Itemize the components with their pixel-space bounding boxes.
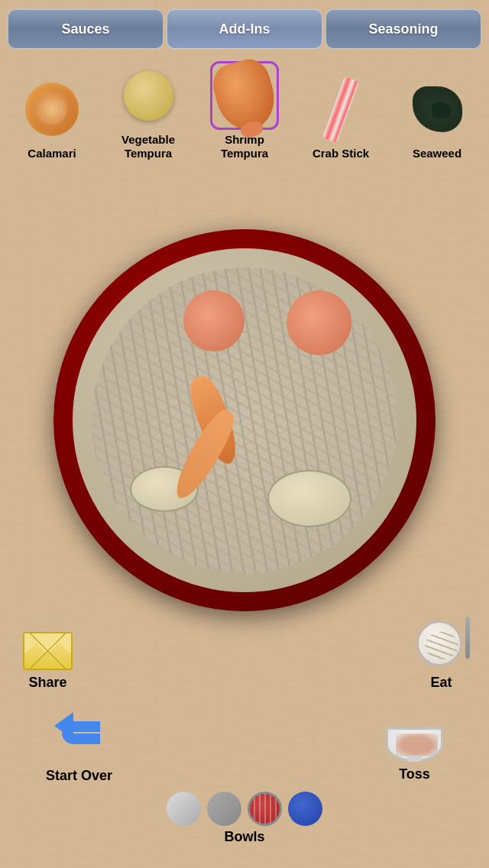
ingredient-calamari[interactable]: Calamari xyxy=(10,75,94,160)
crab-stick-label: Crab Stick xyxy=(313,147,369,160)
ingredient-seaweed[interactable]: Seaweed xyxy=(395,75,479,160)
veg-tempura-label: VegetableTempura xyxy=(121,133,175,160)
eat-noodles xyxy=(425,632,458,659)
veg-tempura-image xyxy=(114,61,183,130)
seaweed-icon xyxy=(413,86,462,132)
ingredient-crab-stick[interactable]: Crab Stick xyxy=(299,75,383,160)
toss-label: Toss xyxy=(399,766,430,782)
eat-plate xyxy=(416,620,462,666)
shrimp-topping-2 xyxy=(287,290,351,355)
plate-container[interactable] xyxy=(46,222,443,619)
plate-outer xyxy=(53,229,436,611)
toss-food xyxy=(396,734,438,756)
bowls-area: Bowls xyxy=(167,792,322,845)
ingredients-row: Calamari VegetableTempura ShrimpTempura … xyxy=(0,61,489,160)
action-row-bowls: Bowls xyxy=(0,792,489,845)
toss-icon xyxy=(386,708,443,762)
veg-topping-2 xyxy=(267,470,351,527)
tab-seasoning[interactable]: Seasoning xyxy=(325,9,481,49)
share-label: Share xyxy=(28,675,66,691)
seaweed-image xyxy=(403,75,471,144)
eat-icon xyxy=(416,620,466,670)
toss-button[interactable]: Toss xyxy=(386,708,443,782)
tab-sauces[interactable]: Sauces xyxy=(8,9,164,49)
bowl-option-blue[interactable] xyxy=(288,792,322,826)
calamari-icon xyxy=(25,83,79,136)
bowl-option-dark-grey[interactable] xyxy=(207,792,241,826)
bowl-option-red-striped[interactable] xyxy=(248,792,282,826)
eat-label: Eat xyxy=(430,675,452,691)
start-over-icon xyxy=(50,706,108,763)
action-row-share-eat: Share Eat xyxy=(0,620,489,691)
noodles xyxy=(92,267,397,573)
calamari-label: Calamari xyxy=(28,147,76,160)
shrimp-topping-1 xyxy=(183,290,244,351)
bowl-base xyxy=(407,756,422,762)
share-button[interactable]: Share xyxy=(23,632,73,691)
ingredient-veg-tempura[interactable]: VegetableTempura xyxy=(106,61,190,160)
arrow-shape xyxy=(50,706,108,756)
crab-stick-icon xyxy=(322,76,359,143)
seaweed-label: Seaweed xyxy=(413,147,461,160)
arrow-head xyxy=(54,712,73,740)
shrimp-tempura-image xyxy=(210,61,279,130)
bowl-options xyxy=(167,792,322,826)
crab-stick-image xyxy=(306,75,375,144)
bowls-label: Bowls xyxy=(224,829,264,845)
eat-button[interactable]: Eat xyxy=(416,620,466,691)
shrimp-tempura-icon xyxy=(208,55,281,136)
bowl-option-light-grey[interactable] xyxy=(167,792,201,826)
shrimp-tempura-label: ShrimpTempura xyxy=(221,133,268,160)
ingredient-shrimp-tempura[interactable]: ShrimpTempura xyxy=(202,61,287,160)
share-icon xyxy=(23,632,73,670)
start-over-label: Start Over xyxy=(46,768,112,784)
veg-tempura-icon xyxy=(124,71,173,121)
tab-addins[interactable]: Add-Ins xyxy=(167,9,322,49)
tab-bar: Sauces Add-Ins Seasoning xyxy=(8,9,481,49)
calamari-image xyxy=(18,75,86,144)
plate-inner xyxy=(73,248,416,592)
action-area: Share Eat Start Over xyxy=(0,639,489,868)
eat-fork xyxy=(465,617,470,659)
start-over-button[interactable]: Start Over xyxy=(46,706,112,784)
action-row-startover-toss: Start Over Toss xyxy=(0,706,489,784)
